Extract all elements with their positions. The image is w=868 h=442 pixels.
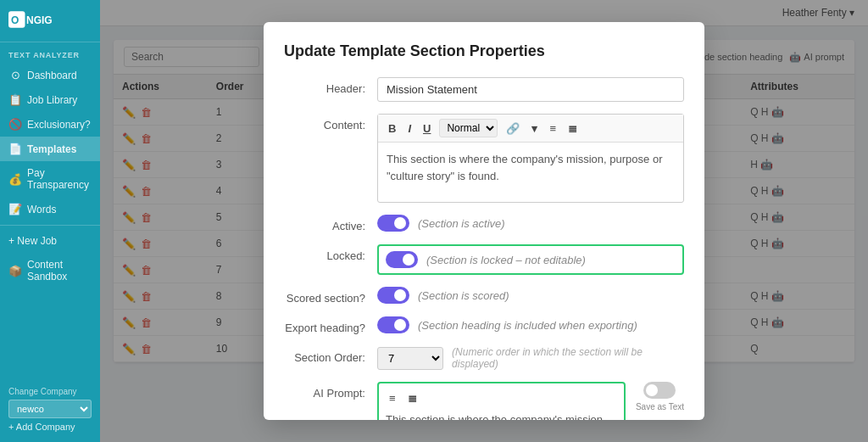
- locked-toggle-label: (Section is locked – not editable): [426, 254, 586, 266]
- main-content: Heather Fenty ▾ H Section scored H Inclu…: [100, 0, 868, 442]
- sidebar-item-templates[interactable]: 📄 Templates: [0, 137, 100, 161]
- header-input[interactable]: [377, 77, 684, 102]
- export-heading-label: Export heading?: [284, 316, 377, 334]
- active-label: Active:: [284, 215, 377, 232]
- sidebar-item-exclusionary[interactable]: 🚫 Exclusionary?: [0, 112, 100, 137]
- svg-text:O: O: [11, 14, 19, 26]
- underline-button[interactable]: U: [420, 120, 434, 137]
- job-library-icon: 📋: [8, 93, 22, 106]
- ai-prompt-content[interactable]: This section is where the company's miss…: [386, 411, 617, 420]
- sidebar-item-dashboard[interactable]: ⊙ Dashboard: [0, 63, 100, 87]
- bold-button[interactable]: B: [385, 120, 399, 137]
- templates-icon: 📄: [8, 143, 22, 155]
- header-row: Header:: [284, 77, 684, 102]
- section-order-hint: (Numeric order in which the section will…: [452, 346, 684, 370]
- exclusionary-icon: 🚫: [8, 118, 22, 131]
- modal: Update Template Section Properties Heade…: [264, 22, 704, 420]
- svg-text:NGIG: NGIG: [26, 14, 53, 26]
- italic-button[interactable]: I: [404, 120, 415, 137]
- pay-transparency-icon: 💰: [8, 173, 22, 186]
- section-order-label: Section Order:: [284, 346, 377, 364]
- content-sandbox-icon: 📦: [8, 265, 22, 277]
- save-as-text-area: Save as Text: [636, 382, 684, 411]
- rich-text-editor[interactable]: B I U Normal 🔗 ▾ ≡ ≣ This section is whe…: [377, 114, 684, 203]
- section-order-select[interactable]: 7: [377, 347, 443, 370]
- ai-prompt-row: AI Prompt: ≡ ≣ This section is where the…: [284, 382, 684, 420]
- locked-toggle[interactable]: [386, 251, 418, 268]
- section-order-row: Section Order: 7 (Numeric order in which…: [284, 346, 684, 370]
- export-heading-toggle[interactable]: [377, 316, 409, 333]
- sidebar-item-new-job[interactable]: + New Job: [0, 229, 100, 253]
- content-row: Content: B I U Normal 🔗 ▾ ≡: [284, 114, 684, 203]
- save-as-text-label: Save as Text: [636, 402, 684, 411]
- scored-toggle[interactable]: [377, 287, 409, 304]
- sidebar: O NGIG TEXT ANALYZER ⊙ Dashboard 📋 Job L…: [0, 0, 100, 442]
- ai-list-ordered-button[interactable]: ≣: [404, 390, 420, 406]
- locked-row: Locked: (Section is locked – not editabl…: [284, 244, 684, 275]
- ai-prompt-box[interactable]: ≡ ≣ This section is where the company's …: [377, 382, 626, 420]
- list-unordered-button[interactable]: ≡: [546, 120, 559, 137]
- list-ordered-button[interactable]: ≣: [565, 120, 581, 137]
- add-company-button[interactable]: + Add Company: [8, 418, 92, 435]
- content-label: Content:: [284, 114, 377, 131]
- header-label: Header:: [284, 77, 377, 95]
- style-select[interactable]: Normal: [439, 119, 498, 137]
- locked-label: Locked:: [284, 244, 377, 262]
- company-select[interactable]: newco: [8, 400, 92, 418]
- editor-toolbar: B I U Normal 🔗 ▾ ≡ ≣: [378, 115, 683, 143]
- active-row: Active: (Section is active): [284, 215, 684, 232]
- scored-toggle-label: (Section is scored): [418, 289, 509, 302]
- active-toggle-label: (Section is active): [418, 217, 505, 230]
- export-heading-row: Export heading? (Section heading is incl…: [284, 316, 684, 334]
- dashboard-icon: ⊙: [8, 69, 22, 81]
- sidebar-item-content-sandbox[interactable]: 📦 Content Sandbox: [0, 253, 100, 288]
- scored-row: Scored section? (Section is scored): [284, 287, 684, 305]
- ai-list-unordered-button[interactable]: ≡: [386, 390, 399, 406]
- logo: O NGIG: [0, 0, 100, 42]
- sidebar-item-custom-words[interactable]: 📝 Words: [0, 197, 100, 221]
- link-button[interactable]: 🔗: [503, 120, 523, 137]
- dropdown-button[interactable]: ▾: [528, 120, 541, 137]
- save-as-text-toggle[interactable]: [643, 382, 676, 399]
- modal-overlay: Update Template Section Properties Heade…: [100, 0, 868, 442]
- sidebar-section-label: TEXT ANALYZER: [0, 42, 100, 63]
- sidebar-item-job-library[interactable]: 📋 Job Library: [0, 87, 100, 112]
- modal-title: Update Template Section Properties: [284, 42, 684, 60]
- export-heading-toggle-label: (Section heading is included when export…: [418, 319, 637, 332]
- change-company-label: Change Company: [8, 387, 92, 396]
- active-toggle[interactable]: [377, 215, 409, 232]
- editor-content[interactable]: This section is where the company's miss…: [378, 143, 683, 202]
- scored-label: Scored section?: [284, 287, 377, 305]
- ai-prompt-label: AI Prompt:: [284, 382, 377, 400]
- sidebar-item-pay-transparency[interactable]: 💰 Pay Transparency: [0, 161, 100, 197]
- ai-prompt-toolbar: ≡ ≣: [386, 390, 617, 406]
- custom-words-icon: 📝: [8, 203, 22, 215]
